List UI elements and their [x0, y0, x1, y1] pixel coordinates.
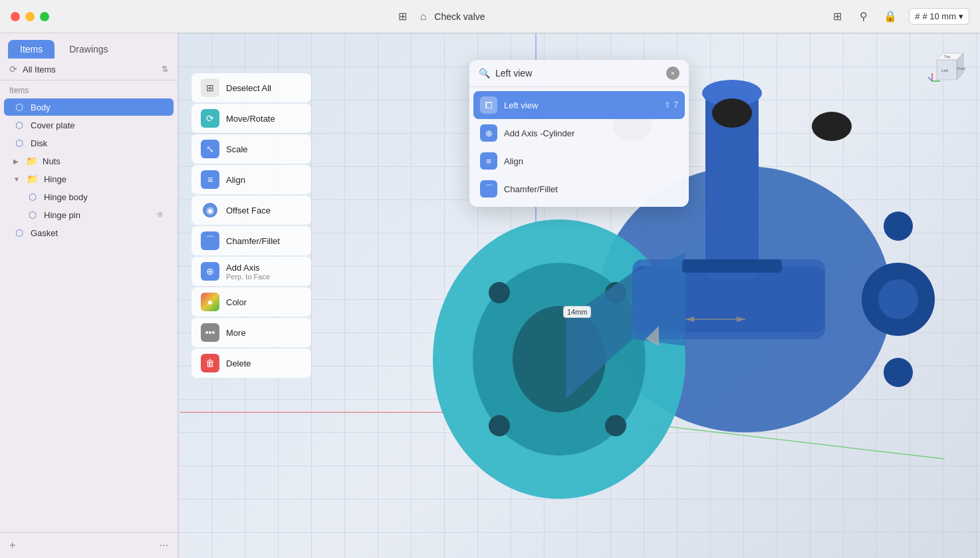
tree-item-nuts[interactable]: ▶ 📁 Nuts — [4, 152, 174, 170]
delete-icon: 🗑 — [201, 354, 219, 372]
cover-plate-label: Cover plate — [31, 120, 74, 130]
ctx-offset-face-label: Offset Face — [226, 206, 271, 215]
more-options-icon[interactable]: ··· — [160, 539, 168, 551]
ctx-delete-label: Delete — [226, 358, 251, 368]
traffic-lights — [11, 12, 49, 21]
dimension-label: 14mm — [563, 306, 592, 318]
hinge-label: Hinge — [44, 174, 66, 184]
ctx-align[interactable]: ≡ Align — [191, 165, 311, 194]
palette-search-input[interactable] — [495, 68, 661, 78]
palette-search-bar: 🔍 × — [469, 60, 689, 87]
svg-point-20 — [884, 211, 913, 241]
minimize-button[interactable] — [25, 12, 35, 21]
close-button[interactable] — [11, 12, 20, 21]
ctx-add-axis[interactable]: ⊕ Add Axis Perp. to Face — [191, 257, 311, 286]
viewport[interactable]: 14mm ⊞ Deselect All ⟳ Move/Rotate ⤡ Scal… — [178, 33, 980, 558]
palette-results: ⧠ Left view ⇧ 7 ⊕ Add Axis -Cylinder — [469, 87, 689, 207]
ctx-color[interactable]: ● Color — [191, 287, 311, 317]
ctx-offset-face[interactable]: ◉ Offset Face — [191, 196, 311, 225]
ctx-more[interactable]: ••• More — [191, 318, 311, 347]
nuts-icon: 📁 — [25, 156, 37, 166]
ctx-scale-label: Scale — [226, 144, 248, 154]
grid-icon[interactable]: ⊞ — [829, 9, 845, 25]
ctx-move-rotate-label: Move/Rotate — [226, 114, 275, 124]
gasket-label: Gasket — [31, 228, 58, 238]
svg-point-17 — [812, 112, 852, 141]
tree-item-hinge-pin[interactable]: ⬡ Hinge pin 👁 — [17, 206, 174, 223]
hinge-expand-icon: ▼ — [13, 176, 20, 183]
tree-view: ⬡ Body ⬡ Cover plate ⬡ Disk ▶ 📁 Nuts ▼ — [0, 98, 178, 242]
ctx-move-rotate[interactable]: ⟳ Move/Rotate — [191, 104, 311, 133]
ctx-more-label: More — [226, 328, 246, 338]
hinge-pin-icon: ⬡ — [27, 209, 39, 220]
svg-line-35 — [928, 77, 932, 81]
units-selector[interactable]: # # 10 mm ▾ — [909, 8, 969, 25]
svg-text:Top: Top — [944, 55, 951, 59]
palette-close-button[interactable]: × — [666, 67, 679, 80]
hinge-body-label: Hinge body — [44, 192, 88, 202]
tree-item-gasket[interactable]: ⬡ Gasket — [4, 224, 174, 241]
svg-rect-22 — [682, 259, 782, 273]
main-content: 14mm ⊞ Deselect All ⟳ Move/Rotate ⤡ Scal… — [178, 33, 980, 558]
sidebar-tabs: Items Drawings — [0, 33, 178, 59]
ctx-delete[interactable]: 🗑 Delete — [191, 349, 311, 378]
align-label: Align — [504, 156, 678, 166]
palette-item-add-axis-cylinder[interactable]: ⊕ Add Axis -Cylinder — [473, 119, 685, 147]
tree-item-hinge[interactable]: ▼ 📁 Hinge — [4, 170, 174, 188]
sidebar-toggle[interactable]: ⊞ — [394, 9, 412, 24]
ctx-scale[interactable]: ⤡ Scale — [191, 134, 311, 164]
svg-point-21 — [884, 358, 913, 387]
tree-item-disk[interactable]: ⬡ Disk — [4, 134, 174, 152]
maximize-button[interactable] — [40, 12, 49, 21]
lock-icon[interactable]: 🔒 — [882, 9, 898, 25]
body-icon: ⬡ — [13, 102, 25, 112]
tree-item-cover-plate[interactable]: ⬡ Cover plate — [4, 116, 174, 134]
shortcut-key: 7 — [674, 100, 678, 110]
tab-drawings[interactable]: Drawings — [57, 40, 120, 59]
ctx-add-axis-label: Add Axis — [226, 263, 270, 273]
svg-point-7 — [489, 282, 510, 303]
chevron-updown-icon: ⇅ — [162, 65, 168, 74]
home-icon[interactable]: ⌂ — [420, 11, 427, 23]
gasket-icon: ⬡ — [13, 227, 25, 238]
context-menu: ⊞ Deselect All ⟳ Move/Rotate ⤡ Scale ≡ A… — [191, 73, 311, 378]
chamfer-fillet-label: Chamfer/Fillet — [504, 184, 678, 194]
palette-search-icon: 🔍 — [479, 68, 490, 78]
items-section-label: Items — [0, 80, 178, 98]
nuts-expand-icon: ▶ — [13, 158, 19, 165]
magnet-icon[interactable]: ⚲ — [856, 9, 872, 25]
deselect-all-icon: ⊞ — [201, 78, 219, 97]
visibility-icon[interactable]: 👁 — [156, 210, 164, 219]
tree-item-body[interactable]: ⬡ Body — [4, 98, 174, 116]
chamfer-fillet-icon: ⌒ — [201, 231, 219, 250]
color-icon: ● — [201, 293, 219, 311]
tree-item-hinge-body[interactable]: ⬡ Hinge body — [17, 188, 174, 206]
add-item-icon[interactable]: + — [9, 539, 15, 551]
add-axis-icon: ⊕ — [201, 262, 219, 281]
add-axis-cylinder-label: Add Axis -Cylinder — [504, 128, 678, 138]
title-bar: ⊞ ⌂ Check valve ⊞ ⚲ 🔒 # # 10 mm ▾ — [0, 0, 980, 33]
nuts-label: Nuts — [43, 156, 61, 166]
units-hash: # — [915, 11, 919, 21]
tab-items[interactable]: Items — [8, 40, 55, 59]
title-bar-right: ⊞ ⚲ 🔒 # # 10 mm ▾ — [829, 8, 969, 25]
ctx-deselect-all-label: Deselect All — [226, 83, 271, 93]
palette-item-left-view[interactable]: ⧠ Left view ⇧ 7 — [473, 91, 685, 119]
palette-item-align[interactable]: ≡ Align — [473, 147, 685, 175]
add-axis-cylinder-icon: ⊕ — [480, 124, 497, 142]
all-items-row[interactable]: ⟳ All Items ⇅ — [0, 59, 178, 80]
palette-item-chamfer-fillet[interactable]: ⌒ Chamfer/Fillet — [473, 175, 685, 203]
ctx-deselect-all[interactable]: ⊞ Deselect All — [191, 73, 311, 102]
ctx-chamfer-fillet[interactable]: ⌒ Chamfer/Fillet — [191, 226, 311, 255]
chamfer-fillet-palette-icon: ⌒ — [480, 180, 497, 198]
title-bar-center: ⊞ ⌂ Check valve — [57, 9, 821, 24]
units-value: # 10 mm — [922, 11, 956, 21]
main-layout: Items Drawings ⟳ All Items ⇅ Items ⬡ Bod… — [0, 33, 980, 558]
scale-icon: ⤡ — [201, 140, 219, 158]
ctx-add-axis-sublabel: Perp. to Face — [226, 273, 270, 281]
view-cube[interactable]: Top Left Front — [927, 47, 967, 86]
left-view-icon: ⧠ — [480, 96, 497, 114]
sidebar-bottom: + ··· — [0, 532, 178, 558]
svg-text:Front: Front — [957, 67, 965, 70]
ctx-color-label: Color — [226, 297, 247, 307]
